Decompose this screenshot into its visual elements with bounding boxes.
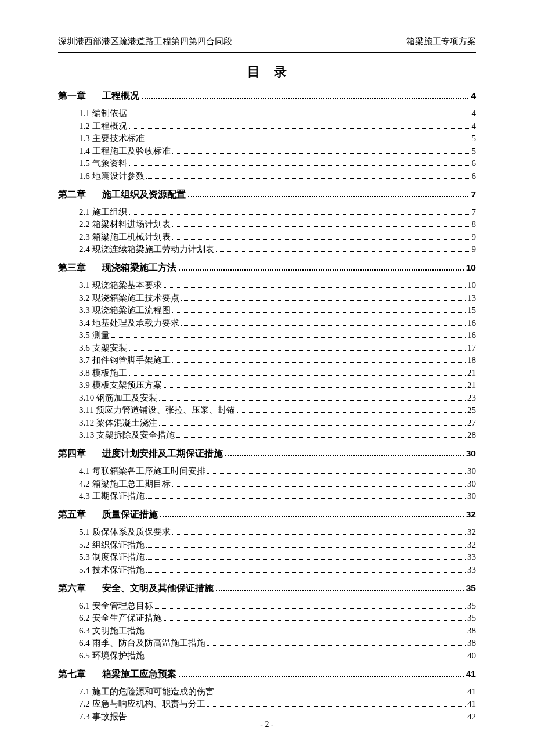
chapter-title: 质量保证措施 xyxy=(102,509,158,521)
toc-title: 目 录 xyxy=(58,63,476,81)
leader-dots xyxy=(176,437,466,438)
chapter-page: 4 xyxy=(471,91,476,101)
item-title: 安全生产保证措施 xyxy=(92,613,162,624)
item-title: 工程概况 xyxy=(92,121,127,132)
leader-dots xyxy=(172,153,470,154)
item-page: 41 xyxy=(467,687,476,697)
item-page: 40 xyxy=(467,651,476,661)
item-title: 施工的危险源和可能造成的伤害 xyxy=(92,686,214,697)
item-title: 支架安装 xyxy=(92,343,127,354)
toc-item: 3.12 梁体混凝土浇注27 xyxy=(58,417,476,429)
chapter-label: 第三章 xyxy=(58,262,86,274)
item-title: 测量 xyxy=(92,330,110,341)
leader-dots xyxy=(216,251,470,252)
chapter-page: 35 xyxy=(466,583,476,593)
item-number: 3.8 xyxy=(79,368,92,378)
toc-item: 3.4 地基处理及承载力要求16 xyxy=(58,318,476,329)
leader-dots xyxy=(142,98,468,99)
toc-item: 6.5 环境保护措施40 xyxy=(58,650,476,661)
item-page: 35 xyxy=(467,601,476,611)
leader-dots xyxy=(172,534,466,535)
item-title: 主要技术标准 xyxy=(92,133,145,144)
header-rule xyxy=(58,51,476,53)
toc-item: 1.3 主要技术标准5 xyxy=(58,133,476,144)
item-title: 应急与响应机构、职责与分工 xyxy=(92,699,205,710)
toc-item: 2.2 箱梁材料进场计划表8 xyxy=(58,219,476,230)
item-page: 18 xyxy=(467,355,476,365)
item-page: 28 xyxy=(467,430,476,440)
item-page: 5 xyxy=(472,134,477,143)
toc-chapter: 第二章施工组织及资源配置7 xyxy=(58,189,476,201)
toc-chapter: 第六章安全、文明及其他保证措施 35 xyxy=(58,582,476,595)
chapter-label: 第五章 xyxy=(58,509,86,521)
leader-dots xyxy=(146,559,466,560)
item-number: 2.4 xyxy=(79,244,92,254)
leader-dots xyxy=(164,620,466,621)
leader-dots xyxy=(129,116,470,116)
leader-dots xyxy=(129,375,466,376)
item-page: 9 xyxy=(472,232,477,242)
toc-item: 3.7 扣件钢管脚手架施工18 xyxy=(58,355,476,366)
item-page: 32 xyxy=(467,527,476,537)
toc-item: 7.2 应急与响应机构、职责与分工41 xyxy=(58,699,476,710)
leader-dots xyxy=(160,516,464,517)
leader-dots xyxy=(188,196,468,197)
toc-item: 3.2 现浇箱梁施工技术要点13 xyxy=(58,293,476,304)
item-title: 钢筋加工及安装 xyxy=(96,393,157,404)
item-number: 3.1 xyxy=(79,280,92,290)
item-number: 1.3 xyxy=(79,134,92,143)
item-page: 17 xyxy=(467,343,476,353)
toc-item: 3.11 预应力管道铺设、张拉、压浆、封锚25 xyxy=(58,405,476,416)
item-page: 7 xyxy=(472,207,477,217)
toc-item: 6.3 文明施工措施38 xyxy=(58,625,476,636)
toc-item: 3.10 钢筋加工及安装23 xyxy=(58,393,476,404)
item-number: 3.11 xyxy=(79,405,96,415)
item-number: 4.3 xyxy=(79,491,92,501)
item-page: 4 xyxy=(472,109,477,118)
item-title: 质保体系及质保要求 xyxy=(92,527,171,538)
toc-item: 7.1 施工的危险源和可能造成的伤害41 xyxy=(58,686,476,697)
item-number: 1.1 xyxy=(79,109,92,118)
item-number: 6.2 xyxy=(79,613,92,623)
leader-dots xyxy=(129,128,470,129)
chapter-title: 现浇箱梁施工方法 xyxy=(102,262,176,274)
leader-dots xyxy=(146,633,466,633)
leader-dots xyxy=(216,590,464,591)
item-number: 5.4 xyxy=(79,565,92,575)
item-page: 9 xyxy=(472,244,477,254)
item-title: 梁体混凝土浇注 xyxy=(96,417,157,429)
item-number: 3.9 xyxy=(79,380,92,390)
toc-item: 5.4 技术保证措施33 xyxy=(58,564,476,575)
item-title: 模板施工 xyxy=(92,368,127,379)
item-number: 4.2 xyxy=(79,479,92,489)
item-title: 预应力管道铺设、张拉、压浆、封锚 xyxy=(96,405,235,416)
toc-item: 6.4 雨季、防台及防高温施工措施38 xyxy=(58,638,476,649)
leader-dots xyxy=(146,498,466,499)
item-page: 32 xyxy=(467,540,476,550)
item-title: 雨季、防台及防高温施工措施 xyxy=(92,638,205,649)
leader-dots xyxy=(207,645,466,646)
toc-item: 3.3 现浇箱梁施工流程图15 xyxy=(58,305,476,316)
toc-item: 3.13 支架拆除及安全措施28 xyxy=(58,430,476,441)
toc-item: 1.1 编制依据4 xyxy=(58,108,476,119)
item-number: 6.5 xyxy=(79,651,92,661)
leader-dots xyxy=(172,362,466,363)
item-title: 施工组织 xyxy=(92,207,127,218)
item-number: 1.5 xyxy=(79,159,92,168)
leader-dots xyxy=(129,350,466,351)
item-title: 箱梁材料进场计划表 xyxy=(92,219,171,230)
item-number: 1.4 xyxy=(79,146,92,156)
leader-dots xyxy=(179,269,464,271)
item-number: 1.2 xyxy=(79,121,92,131)
item-number: 5.1 xyxy=(79,527,92,537)
leader-dots xyxy=(146,178,470,179)
item-title: 文明施工措施 xyxy=(92,625,145,636)
item-page: 30 xyxy=(467,479,476,489)
item-number: 6.4 xyxy=(79,638,92,648)
chapter-label: 第二章 xyxy=(58,189,86,201)
leader-dots xyxy=(181,325,466,326)
leader-dots xyxy=(164,287,466,288)
item-title: 每联箱梁各工序施工时间安排 xyxy=(92,466,205,477)
toc-item: 3.6 支架安装17 xyxy=(58,343,476,354)
item-title: 技术保证措施 xyxy=(92,564,145,575)
